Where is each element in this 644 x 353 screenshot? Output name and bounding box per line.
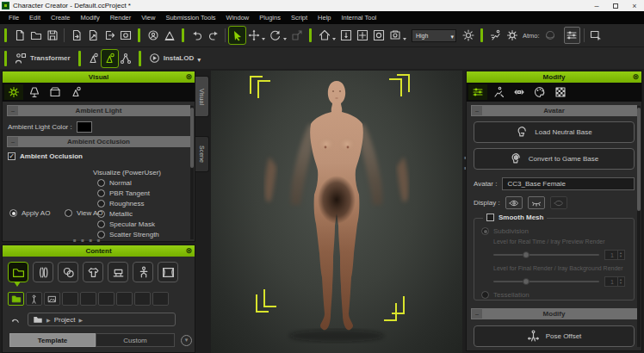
content-slot-empty[interactable] bbox=[62, 292, 78, 306]
camera-dropdown[interactable] bbox=[403, 38, 406, 40]
horizontal-splitter[interactable]: ■ ■ ■ ■ bbox=[73, 238, 102, 243]
content-category-accessory-icon[interactable] bbox=[108, 262, 128, 282]
avatar-section-header[interactable]: – Avatar bbox=[471, 105, 637, 116]
avatar-name-field[interactable]: CC3_Base Female bbox=[502, 177, 635, 190]
visualize-option-pbr-tangent[interactable]: PBR Tangent bbox=[97, 189, 159, 197]
ambient-occlusion-checkbox[interactable]: ✓ bbox=[8, 152, 15, 160]
content-category-project-icon[interactable] bbox=[8, 262, 28, 282]
content-category-stage-icon[interactable] bbox=[158, 262, 178, 282]
render-quality-dropdown[interactable]: High ▾ bbox=[412, 29, 456, 42]
character-refresh-icon[interactable] bbox=[145, 27, 161, 44]
apply-ao-radio[interactable]: Apply AO bbox=[9, 209, 50, 217]
motion-blur-icon[interactable] bbox=[487, 27, 504, 44]
menu-edit[interactable]: Edit bbox=[24, 14, 46, 22]
move-tool-dropdown[interactable] bbox=[262, 38, 265, 40]
attribute-sliders-tab-icon[interactable] bbox=[468, 84, 487, 100]
content-category-cloth-icon[interactable] bbox=[83, 262, 103, 282]
view-ao-radio[interactable]: View AO bbox=[65, 209, 103, 217]
smooth-mesh-checkbox[interactable] bbox=[486, 214, 494, 221]
visualize-option-specular-mask[interactable]: Specular Mask bbox=[97, 220, 159, 228]
expand-chevron-icon[interactable]: ▾ bbox=[181, 335, 192, 346]
edit-proportion-icon[interactable] bbox=[85, 50, 102, 67]
scale-tool-icon[interactable] bbox=[288, 27, 305, 44]
menu-create[interactable]: Create bbox=[46, 14, 76, 22]
animation-edit-tab-icon[interactable] bbox=[489, 84, 508, 100]
frame-all-icon[interactable] bbox=[354, 27, 370, 44]
lighting-icon[interactable] bbox=[460, 27, 476, 44]
send-to-icon[interactable] bbox=[101, 27, 117, 44]
content-slot-empty[interactable] bbox=[80, 292, 96, 306]
load-neutral-base-button[interactable]: Load Neutral Base bbox=[474, 121, 635, 143]
content-slot-mannequin[interactable] bbox=[26, 292, 42, 306]
content-slot-folder[interactable] bbox=[8, 292, 24, 306]
content-category-animation-icon[interactable] bbox=[133, 262, 153, 282]
light-tab-icon[interactable] bbox=[25, 84, 44, 100]
save-project-icon[interactable] bbox=[44, 27, 60, 44]
shadow-tab-icon[interactable] bbox=[46, 84, 65, 100]
visual-panel-close-icon[interactable]: ⊗ bbox=[185, 71, 192, 83]
side-tab-scene[interactable]: Scene bbox=[195, 136, 209, 172]
import-icon[interactable] bbox=[68, 27, 84, 44]
content-panel-header[interactable]: Content ⊗ bbox=[3, 245, 195, 257]
undo-icon[interactable] bbox=[189, 27, 205, 44]
menu-modify[interactable]: Modify bbox=[76, 14, 105, 22]
menu-view[interactable]: View bbox=[136, 14, 160, 22]
move-tool-icon[interactable] bbox=[245, 27, 262, 44]
pose-offset-button[interactable]: Pose Offset bbox=[474, 325, 635, 347]
render-settings-tab-icon[interactable] bbox=[4, 84, 23, 100]
menu-plugins[interactable]: Plugins bbox=[254, 14, 286, 22]
tab-custom[interactable]: Custom bbox=[96, 333, 175, 347]
rotate-tool-dropdown[interactable] bbox=[283, 38, 287, 40]
content-slot-empty[interactable] bbox=[152, 292, 169, 306]
convert-to-game-base-button[interactable]: Convert to Game Base bbox=[474, 148, 635, 170]
minimize-button[interactable]: – bbox=[587, 0, 606, 11]
ambient-occlusion-section-header[interactable]: – Ambient Occlusion bbox=[7, 136, 190, 147]
preferences-sliders-icon[interactable] bbox=[564, 27, 580, 44]
visual-panel-header[interactable]: Visual ⊗ bbox=[3, 71, 195, 83]
content-panel-close-icon[interactable]: ⊗ bbox=[185, 245, 192, 257]
collapse-icon[interactable]: – bbox=[8, 137, 18, 146]
rotate-tool-icon[interactable] bbox=[267, 27, 283, 44]
display-hidden-eye-icon[interactable] bbox=[550, 196, 567, 209]
ambient-light-color-swatch[interactable] bbox=[77, 121, 92, 133]
content-slot-empty[interactable] bbox=[98, 292, 115, 306]
menu-script[interactable]: Script bbox=[286, 14, 313, 22]
render-image-icon[interactable] bbox=[588, 27, 604, 44]
visualize-option-roughness[interactable]: Roughness bbox=[97, 200, 159, 207]
maximize-button[interactable] bbox=[606, 0, 625, 11]
collapse-icon[interactable]: – bbox=[472, 106, 482, 115]
viewport-3d[interactable] bbox=[211, 71, 462, 353]
edit-mesh-icon[interactable] bbox=[102, 50, 118, 67]
content-category-material-icon[interactable] bbox=[58, 262, 78, 282]
menu-window[interactable]: Window bbox=[221, 14, 255, 22]
select-tool-icon[interactable] bbox=[229, 27, 245, 44]
avatar-display-tab-icon[interactable] bbox=[66, 84, 85, 100]
view-3d-icon[interactable] bbox=[542, 27, 559, 44]
visualize-option-metallic[interactable]: Metallic bbox=[97, 210, 159, 218]
home-view-dropdown[interactable] bbox=[332, 38, 336, 40]
morph-tab-icon[interactable] bbox=[510, 84, 529, 100]
visual-panel-scrollbar[interactable] bbox=[190, 106, 194, 239]
menu-file[interactable]: File bbox=[3, 14, 24, 22]
transformer-button[interactable]: Transformer bbox=[11, 53, 74, 65]
close-button[interactable]: × bbox=[625, 0, 644, 11]
home-view-icon[interactable] bbox=[316, 27, 332, 44]
menu-submission-tools[interactable]: Submission Tools bbox=[160, 14, 220, 22]
texture-tab-icon[interactable] bbox=[551, 84, 570, 100]
media-icon[interactable] bbox=[117, 27, 133, 44]
redo-icon[interactable] bbox=[205, 27, 221, 44]
collapse-icon[interactable]: – bbox=[472, 309, 482, 319]
camera-settings-icon[interactable] bbox=[387, 27, 403, 44]
content-category-character-icon[interactable] bbox=[33, 262, 53, 282]
atmosphere-gear-icon[interactable] bbox=[504, 27, 520, 44]
new-project-icon[interactable] bbox=[11, 27, 28, 44]
tab-template[interactable]: Template bbox=[9, 333, 96, 347]
content-slot-empty[interactable] bbox=[134, 292, 151, 306]
side-tab-visual[interactable]: Visual bbox=[195, 76, 209, 117]
display-eyelash-icon[interactable] bbox=[528, 196, 545, 209]
material-palette-tab-icon[interactable] bbox=[530, 84, 549, 100]
modify-panel-scrollbar[interactable] bbox=[637, 106, 641, 347]
content-slot-image[interactable] bbox=[44, 292, 60, 306]
collapse-icon[interactable]: – bbox=[8, 106, 18, 115]
modify-panel-close-icon[interactable]: ⊗ bbox=[632, 71, 639, 83]
